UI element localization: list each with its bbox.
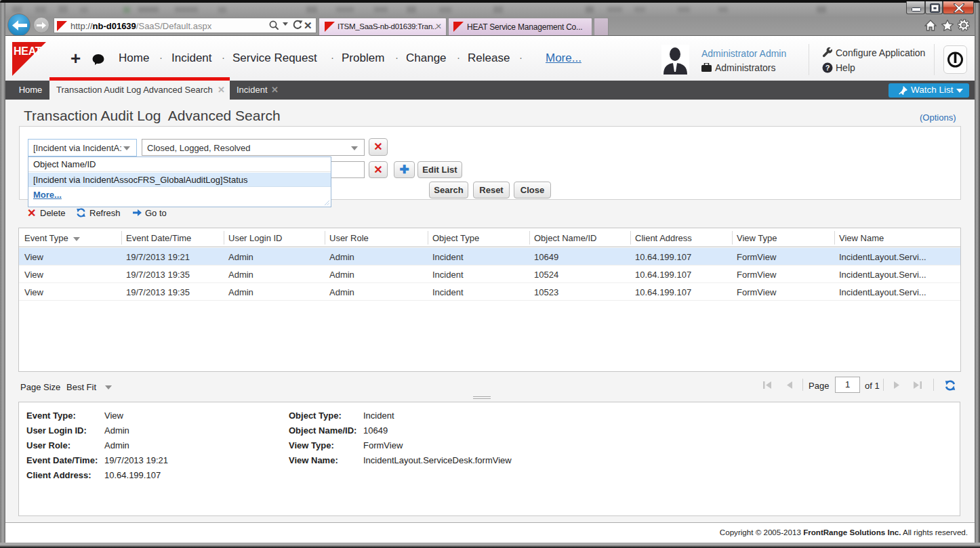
svg-text:HEAT: HEAT (14, 45, 42, 57)
svg-text:?: ? (825, 64, 830, 72)
